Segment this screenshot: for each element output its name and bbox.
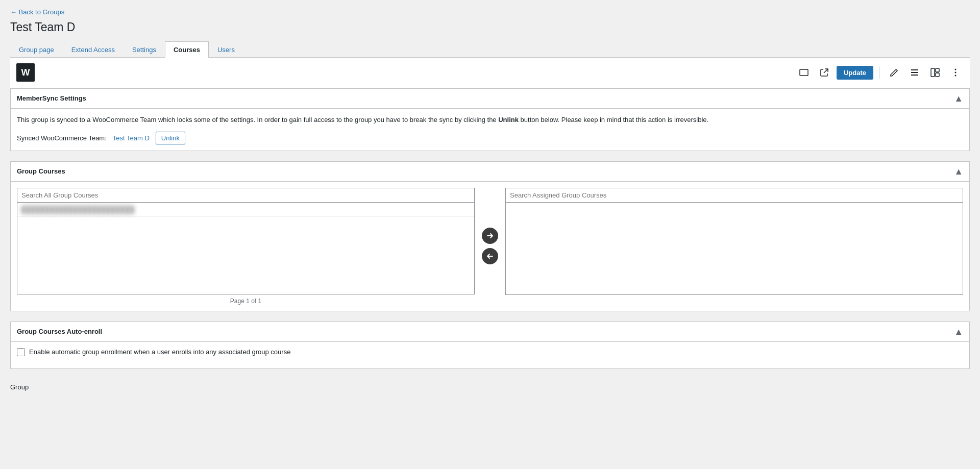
auto-enroll-label: Enable automatic group enrollment when a…	[29, 348, 290, 356]
svg-rect-5	[936, 68, 939, 72]
pagination-text: Page 1 of 1	[17, 298, 475, 305]
group-courses-title: Group Courses	[17, 167, 65, 175]
membersync-collapse-arrow: ▲	[954, 94, 963, 103]
svg-rect-0	[800, 69, 808, 76]
search-assigned-box	[505, 188, 963, 295]
view-icon[interactable]	[796, 64, 812, 81]
wp-logo-button[interactable]: W	[16, 63, 35, 82]
svg-point-7	[955, 69, 957, 70]
group-courses-collapse-arrow: ▲	[954, 167, 963, 176]
svg-point-9	[955, 75, 957, 77]
group-courses-metabox: Group Courses ▲ ████████████████████████…	[10, 161, 970, 311]
courses-transfer-buttons	[475, 188, 505, 305]
page-wrap: ← Back to Groups Test Team D Group page …	[0, 0, 980, 469]
svg-rect-1	[911, 69, 918, 70]
list-view-icon[interactable]	[906, 64, 923, 81]
search-all-courses-input[interactable]	[17, 188, 475, 203]
group-courses-header[interactable]: Group Courses ▲	[11, 162, 969, 182]
svg-rect-2	[911, 72, 918, 73]
courses-right	[505, 188, 963, 305]
auto-enroll-checkbox[interactable]	[17, 348, 25, 356]
bottom-label: Group	[10, 379, 970, 395]
auto-enroll-title: Group Courses Auto-enroll	[17, 328, 102, 335]
edit-icon[interactable]	[886, 64, 902, 81]
toolbar-separator	[879, 66, 880, 79]
synced-label: Synced WooCommerce Team:	[17, 134, 107, 142]
auto-enroll-collapse-arrow: ▲	[954, 327, 963, 336]
search-assigned-courses-input[interactable]	[506, 188, 963, 203]
move-right-button[interactable]	[482, 228, 498, 244]
update-button[interactable]: Update	[837, 66, 873, 80]
assigned-courses-list[interactable]	[506, 203, 963, 294]
editor-toolbar-right: Update	[796, 64, 964, 81]
svg-rect-4	[931, 68, 935, 77]
back-link[interactable]: ← Back to Groups	[10, 8, 64, 16]
external-link-icon[interactable]	[816, 64, 832, 81]
layout-icon[interactable]	[927, 64, 943, 81]
more-options-icon[interactable]	[947, 64, 964, 81]
tab-group-page[interactable]: Group page	[10, 41, 63, 58]
membersync-description: This group is synced to a WooCommerce Te…	[17, 115, 963, 126]
auto-enroll-body: Enable automatic group enrollment when a…	[11, 342, 969, 368]
auto-enroll-metabox: Group Courses Auto-enroll ▲ Enable autom…	[10, 322, 970, 369]
editor-toolbar-left: W	[16, 63, 35, 82]
auto-enroll-row: Enable automatic group enrollment when a…	[17, 348, 963, 356]
all-courses-list[interactable]: ████████████████████████	[17, 203, 475, 294]
membersync-header[interactable]: MemberSync Settings ▲	[11, 89, 969, 109]
membersync-metabox: MemberSync Settings ▲ This group is sync…	[10, 88, 970, 151]
membersync-body: This group is synced to a WooCommerce Te…	[11, 109, 969, 151]
auto-enroll-header[interactable]: Group Courses Auto-enroll ▲	[11, 322, 969, 342]
tab-users[interactable]: Users	[209, 41, 243, 58]
synced-team-link[interactable]: Test Team D	[113, 134, 150, 142]
unlink-button[interactable]: Unlink	[156, 132, 185, 144]
svg-rect-3	[911, 75, 918, 76]
svg-rect-6	[936, 73, 939, 77]
courses-container: ████████████████████████ Page 1 of 1	[17, 188, 963, 305]
membersync-title: MemberSync Settings	[17, 94, 86, 102]
svg-point-8	[955, 72, 957, 73]
courses-left: ████████████████████████ Page 1 of 1	[17, 188, 475, 305]
tab-settings[interactable]: Settings	[124, 41, 165, 58]
content-wrap: ← Back to Groups Test Team D Group page …	[0, 0, 980, 403]
course-list-item[interactable]: ████████████████████████	[17, 203, 474, 217]
tabs-nav: Group page Extend Access Settings Course…	[10, 41, 970, 58]
editor-toolbar: W Update	[10, 58, 970, 88]
tab-courses[interactable]: Courses	[165, 41, 209, 58]
move-left-button[interactable]	[482, 248, 498, 264]
tab-extend-access[interactable]: Extend Access	[63, 41, 124, 58]
page-title: Test Team D	[10, 20, 970, 35]
group-courses-body: ████████████████████████ Page 1 of 1	[11, 182, 969, 311]
synced-row: Synced WooCommerce Team: Test Team D Unl…	[17, 132, 963, 144]
